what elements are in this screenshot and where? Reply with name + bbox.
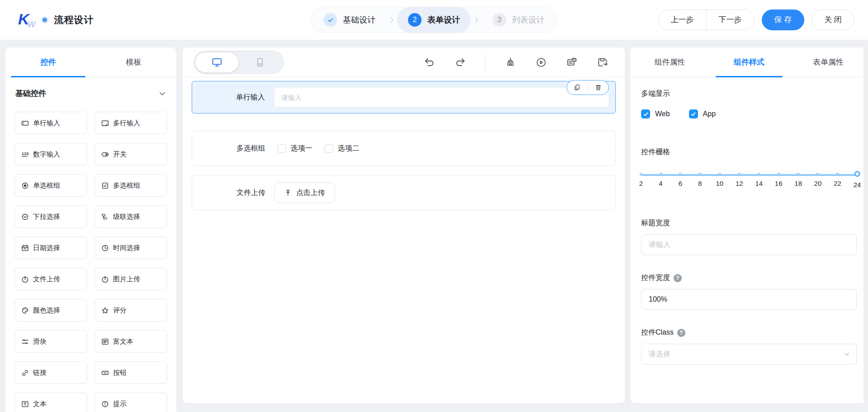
rate-icon xyxy=(101,307,109,314)
step-number-badge: 3 xyxy=(493,13,506,27)
field-label: 文件上传 xyxy=(227,188,265,198)
device-mobile-button[interactable] xyxy=(238,52,281,72)
control-item-date-picker[interactable]: 日期选择 xyxy=(14,237,87,259)
close-button[interactable]: 关 闭 xyxy=(811,9,854,30)
control-item-cascader[interactable]: 级联选择 xyxy=(94,205,167,228)
preview-button[interactable] xyxy=(535,57,547,68)
page-title: 流程设计 xyxy=(54,14,94,26)
slider-tick[interactable]: 6 xyxy=(679,170,682,187)
logo-w: W xyxy=(28,19,35,29)
control-item-time-picker[interactable]: 时间选择 xyxy=(94,237,167,259)
control-item-checkbox-group[interactable]: 多选框组 xyxy=(94,174,167,197)
select-placeholder: 请选择 xyxy=(649,350,670,359)
ai-document-icon: AI xyxy=(566,57,578,68)
header-actions: 上一步 下一步 保 存 关 闭 xyxy=(658,9,854,30)
date-picker-icon xyxy=(21,244,29,252)
control-item-tip[interactable]: 提示 xyxy=(94,393,167,412)
slider-tick[interactable]: 16 xyxy=(775,170,783,187)
help-icon[interactable]: ? xyxy=(674,274,682,282)
control-item-select[interactable]: 下拉选择 xyxy=(14,205,87,228)
tab-form-props[interactable]: 表单属性 xyxy=(789,47,868,77)
tab-templates[interactable]: 模板 xyxy=(91,47,176,77)
step-label: 列表设计 xyxy=(512,14,545,25)
slider-handle[interactable]: 24 xyxy=(854,170,861,189)
control-item-rich-text[interactable]: 富文本 xyxy=(94,330,167,353)
control-item-image-upload[interactable]: 图片上传 xyxy=(94,268,167,290)
undo-button[interactable] xyxy=(424,57,435,68)
save-button[interactable]: 保 存 xyxy=(762,9,805,30)
next-step-button[interactable]: 下一步 xyxy=(706,10,754,30)
checkbox-option: 选项一 xyxy=(278,144,312,153)
upload-button-label: 点击上传 xyxy=(296,188,325,198)
slider-tick[interactable]: 8 xyxy=(698,170,702,187)
control-item-rate[interactable]: 评分 xyxy=(94,299,167,322)
save-export-button[interactable] xyxy=(597,57,609,68)
check-icon xyxy=(690,111,696,117)
control-item-radio-group[interactable]: 单选框组 xyxy=(14,174,87,197)
help-icon[interactable]: ? xyxy=(677,329,685,337)
time-picker-icon xyxy=(101,244,109,252)
control-class-select[interactable]: 请选择 xyxy=(641,344,857,365)
redo-button[interactable] xyxy=(454,57,466,68)
title-width-input[interactable] xyxy=(641,234,857,255)
control-item-text[interactable]: 文本 xyxy=(14,393,87,412)
slider-tick[interactable]: 20 xyxy=(814,170,822,187)
form-row-file-upload[interactable]: 文件上传 点击上传 xyxy=(192,175,616,210)
ai-template-button[interactable]: AI xyxy=(566,57,578,68)
upload-button[interactable]: 点击上传 xyxy=(274,182,335,203)
title-width-label: 标题宽度 xyxy=(641,218,857,228)
checkbox-unchecked[interactable] xyxy=(278,144,286,153)
copy-row-button[interactable] xyxy=(574,84,580,91)
control-item-single-line-input[interactable]: 单行输入 xyxy=(14,112,87,134)
slider-dot xyxy=(698,173,701,175)
tab-component-props[interactable]: 组件属性 xyxy=(630,47,709,77)
single-line-input-field[interactable] xyxy=(274,87,609,107)
slider-dot xyxy=(758,173,760,175)
slider-tick[interactable]: 2 xyxy=(639,170,643,187)
control-item-switch[interactable]: 开关 xyxy=(94,143,167,166)
slider-tick[interactable]: 18 xyxy=(794,170,802,187)
slider-tick[interactable]: 10 xyxy=(716,170,723,187)
checkbox-unchecked[interactable] xyxy=(325,144,333,153)
button-icon xyxy=(101,369,109,377)
prev-step-button[interactable]: 上一步 xyxy=(659,10,706,30)
radio-group-icon xyxy=(21,182,29,189)
control-item-multi-line-input[interactable]: 多行输入 xyxy=(94,112,167,134)
panel-body: 多端显示 Web App 控件栅格 2 4 6 8 10 12 xyxy=(630,89,868,365)
control-width-input[interactable] xyxy=(641,289,857,310)
control-item-file-upload[interactable]: 文件上传 xyxy=(14,268,87,290)
slider-tick[interactable]: 22 xyxy=(834,170,841,187)
form-row-checkbox-group[interactable]: 多选框组 选项一 选项二 xyxy=(192,131,616,166)
web-checkbox-option: Web xyxy=(641,109,670,118)
clear-canvas-button[interactable] xyxy=(505,57,516,68)
copy-icon xyxy=(574,84,580,91)
tab-component-style[interactable]: 组件样式 xyxy=(709,47,788,77)
slider-tick[interactable]: 4 xyxy=(659,170,662,187)
control-width-label: 控件宽度 ? xyxy=(641,273,857,283)
redo-icon xyxy=(454,57,466,68)
control-item-button[interactable]: 按钮 xyxy=(94,361,167,384)
slider-tick[interactable]: 12 xyxy=(736,170,743,187)
delete-row-button[interactable] xyxy=(595,84,602,91)
slider-tick[interactable]: 14 xyxy=(755,170,763,187)
control-item-number-input[interactable]: 123 数字输入 xyxy=(14,143,87,166)
chevron-down-icon[interactable] xyxy=(158,90,166,98)
step-list-design[interactable]: 3 列表设计 xyxy=(482,7,556,33)
control-item-color-picker[interactable]: 颜色选择 xyxy=(14,299,87,322)
step-form-design[interactable]: 2 表单设计 xyxy=(397,7,471,33)
panel-scrollbar[interactable] xyxy=(863,47,868,403)
checkbox-checked[interactable] xyxy=(641,109,650,118)
slider-track[interactable] xyxy=(641,174,857,176)
section-basic-controls[interactable]: 基础控件 xyxy=(15,88,166,99)
step-basic-design[interactable]: 基础设计 xyxy=(313,7,387,33)
checkbox-checked[interactable] xyxy=(689,109,698,118)
chevron-down-icon xyxy=(843,350,850,358)
checkbox-option: 选项二 xyxy=(325,144,359,153)
control-item-link[interactable]: 链接 xyxy=(14,361,87,384)
panel-tabs: 组件属性 组件样式 表单属性 xyxy=(630,47,868,77)
slider-dot xyxy=(777,173,780,175)
device-desktop-button[interactable] xyxy=(195,52,238,72)
control-item-slider[interactable]: 滑块 xyxy=(14,330,87,353)
tab-controls[interactable]: 控件 xyxy=(5,47,91,77)
form-row-single-line-input[interactable]: 单行输入 xyxy=(192,81,616,114)
